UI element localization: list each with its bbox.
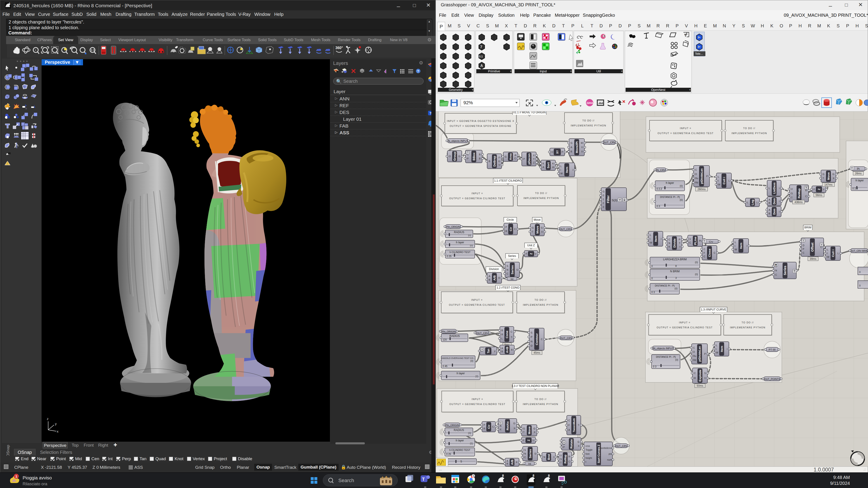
svg-text:W: W	[827, 255, 829, 258]
svg-text:B: B	[489, 278, 490, 281]
svg-text:C: C	[669, 238, 670, 241]
svg-text:h layer: h layer	[456, 439, 464, 442]
svg-text:fx: fx	[684, 33, 686, 36]
svg-text:A/B: A/B	[510, 459, 514, 465]
svg-text:▼: ▼	[689, 88, 691, 91]
svg-text:{0}: {0}	[680, 199, 683, 201]
svg-text:X: X	[581, 150, 583, 153]
svg-text:X: X	[541, 231, 543, 233]
svg-text:ptDivideLen: ptDivideLen	[700, 169, 703, 184]
svg-text:OUT_CRV: OUT_CRV	[603, 141, 616, 144]
svg-text:01.1 // MOVE TO ORIGIN: 01.1 // MOVE TO ORIGIN	[513, 112, 546, 114]
svg-text:DeBrep: DeBrep	[493, 156, 496, 167]
svg-text:F: F	[813, 188, 815, 191]
svg-text:A: A	[480, 64, 483, 68]
svg-text:1: 1	[603, 198, 604, 201]
svg-text:L: L	[769, 187, 770, 189]
svg-text:C: C	[775, 273, 777, 276]
svg-text:h CILINDRO TEST: h CILINDRO TEST	[450, 251, 471, 253]
svg-text:D: D	[695, 173, 697, 176]
svg-text:K: K	[669, 245, 670, 248]
svg-text:DISTANCE Pi - Pj: DISTANCE Pi - Pj	[655, 284, 674, 287]
svg-text:C: C	[568, 419, 570, 422]
svg-text:OUT_POINTS: OUT_POINTS	[764, 378, 780, 380]
svg-text:X: X	[500, 428, 501, 431]
svg-text:L: L	[747, 201, 748, 204]
svg-text:P: P	[803, 248, 804, 250]
svg-text:F: F	[523, 439, 524, 441]
svg-text:Series: Series	[511, 265, 514, 275]
svg-text:z: z	[47, 417, 49, 421]
svg-text:Rotate: Rotate	[570, 439, 573, 449]
svg-text:B: B	[769, 202, 770, 204]
svg-text:+: +	[35, 48, 36, 52]
svg-text:X: X	[533, 154, 535, 157]
svg-text:P: P	[467, 157, 469, 160]
svg-text:IMPLEMENTARE PYTHON: IMPLEMENTARE PYTHON	[523, 303, 558, 306]
svg-text:P: P	[562, 151, 563, 153]
svg-text:T: T	[791, 196, 793, 199]
svg-text:P: P	[523, 158, 525, 160]
svg-text:S(3): S(3)	[612, 199, 617, 202]
svg-text:G: G	[523, 427, 525, 430]
svg-text:Explode: Explode	[699, 369, 702, 382]
svg-text:IN_objects INPUT: IN_objects INPUT	[447, 140, 468, 142]
svg-text:9:48 AM: 9:48 AM	[833, 475, 850, 480]
svg-text:Dom: Dom	[773, 209, 776, 215]
svg-text:K: K	[542, 162, 544, 165]
svg-text:A: A	[552, 166, 554, 169]
svg-text:V: V	[532, 439, 534, 441]
svg-text:i: i	[779, 187, 780, 189]
svg-text:T: T	[532, 231, 533, 233]
svg-text:0 3: 0 3	[656, 205, 660, 208]
svg-text:Unit Z: Unit Z	[527, 244, 535, 247]
svg-text:8: 8	[548, 474, 550, 477]
svg-text:C: C	[506, 272, 508, 275]
svg-text:{0}: {0}	[695, 273, 698, 276]
svg-text:P: P	[679, 238, 680, 241]
svg-text:S: S	[534, 452, 536, 455]
svg-text:I: I	[779, 200, 780, 203]
svg-text:Close: Close	[708, 248, 711, 257]
svg-text:C: C	[704, 248, 705, 250]
svg-text:0 45: 0 45	[443, 365, 447, 367]
svg-text:sortedcrvs: sortedcrvs	[601, 447, 612, 449]
svg-text:Pl: Pl	[699, 240, 701, 242]
svg-text:F: F	[704, 251, 705, 254]
svg-text:Geometry: Geometry	[449, 88, 463, 92]
svg-text:R: R	[694, 377, 696, 379]
svg-text:1.3 // TEST CILINDRO NON PLANA: 1.3 // TEST CILINDRO NON PLANAR	[512, 385, 559, 388]
svg-text:260ms: 260ms	[698, 188, 706, 191]
svg-text:Offset: Offset	[811, 242, 814, 252]
svg-text:Item: Item	[720, 346, 723, 352]
svg-text:▼: ▼	[621, 70, 623, 72]
svg-text:i: i	[560, 169, 561, 171]
svg-text:Y: Y	[533, 158, 535, 160]
svg-text:G: G	[833, 173, 834, 176]
svg-text:7: 7	[480, 45, 482, 49]
svg-text:56ms: 56ms	[815, 193, 822, 197]
svg-text:L: L	[560, 165, 562, 167]
svg-text:Z: Z	[817, 188, 821, 190]
svg-text:Ru: Ru	[693, 355, 696, 357]
svg-text:Area: Area	[509, 153, 512, 160]
svg-text:OUT_CRV: OUT_CRV	[476, 332, 489, 334]
svg-text:{0}: {0}	[468, 234, 471, 237]
svg-text:P: P	[563, 446, 565, 449]
svg-text:S: S	[531, 331, 532, 334]
svg-text:N: N	[775, 269, 777, 272]
svg-text:h layer: h layer	[457, 372, 465, 375]
svg-text:G: G	[823, 173, 824, 176]
svg-text:?: ?	[417, 69, 419, 73]
svg-text:OUTPUT = GEOMETRIA CILINDRO TE: OUTPUT = GEOMETRIA CILINDRO TEST	[657, 132, 714, 134]
svg-text:360°: 360°	[335, 46, 343, 50]
svg-text:W: W	[718, 183, 720, 186]
svg-text:t: t	[680, 245, 680, 248]
svg-text:L: L	[718, 176, 719, 178]
svg-text:G: G	[532, 226, 534, 229]
svg-text:h layer: h layer	[666, 181, 674, 185]
svg-text:y: y	[494, 349, 496, 352]
svg-text:N: N	[531, 340, 533, 343]
svg-text:Util: Util	[596, 69, 601, 73]
svg-text:ANGOLO OVERHANG TEST CO...: ANGOLO OVERHANG TEST CO...	[441, 357, 475, 359]
